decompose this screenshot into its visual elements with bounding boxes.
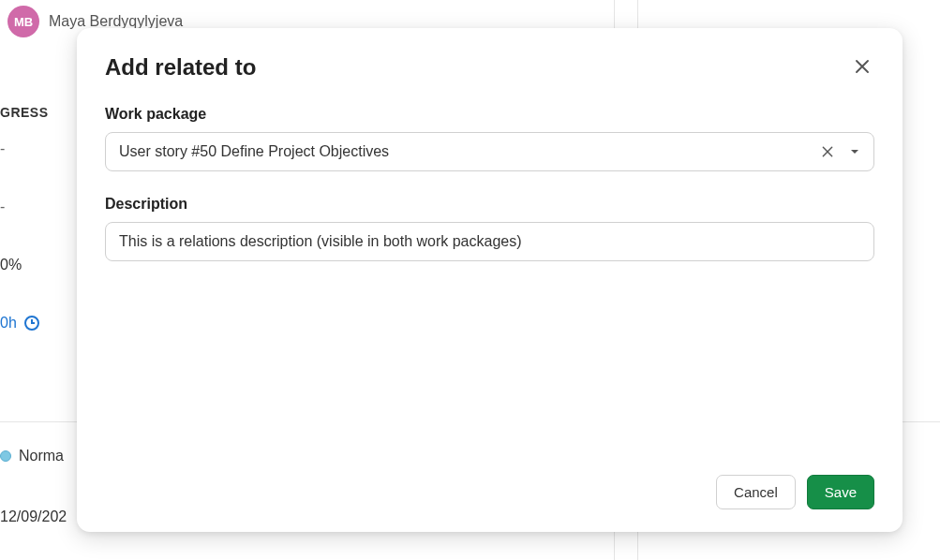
- clock-icon: [24, 316, 39, 331]
- spent-time-link[interactable]: 0h: [0, 294, 75, 352]
- cancel-button[interactable]: Cancel: [716, 475, 796, 509]
- work-package-label: Work package: [105, 106, 874, 123]
- avatar-initials: MB: [14, 15, 33, 29]
- save-button[interactable]: Save: [807, 475, 874, 509]
- modal-title: Add related to: [105, 54, 256, 81]
- priority-dot-icon: [0, 450, 11, 462]
- clear-button[interactable]: [817, 141, 838, 162]
- add-related-modal: Add related to Work package Description …: [77, 28, 903, 532]
- description-input[interactable]: [105, 222, 874, 261]
- hours-value: 0h: [0, 315, 17, 332]
- modal-footer: Cancel Save: [105, 475, 874, 509]
- close-icon: [821, 145, 834, 158]
- close-button[interactable]: [850, 54, 874, 81]
- progress-percent: 0%: [0, 257, 22, 273]
- stat-value: -: [0, 140, 5, 156]
- chevron-down-icon: [849, 146, 860, 157]
- priority-label: Norma: [19, 448, 64, 464]
- dropdown-toggle[interactable]: [845, 142, 864, 161]
- date-field: 12/09/202: [0, 508, 67, 525]
- description-label: Description: [105, 196, 874, 213]
- progress-heading: GRESS: [0, 56, 75, 120]
- avatar: MB: [7, 6, 39, 37]
- work-package-combobox[interactable]: [105, 132, 874, 171]
- sidebar-stats: GRESS - - 0% 0h: [0, 56, 75, 352]
- close-icon: [854, 58, 871, 75]
- work-package-input[interactable]: [119, 143, 817, 160]
- stat-value: -: [0, 199, 5, 214]
- priority-field: Norma: [0, 448, 64, 464]
